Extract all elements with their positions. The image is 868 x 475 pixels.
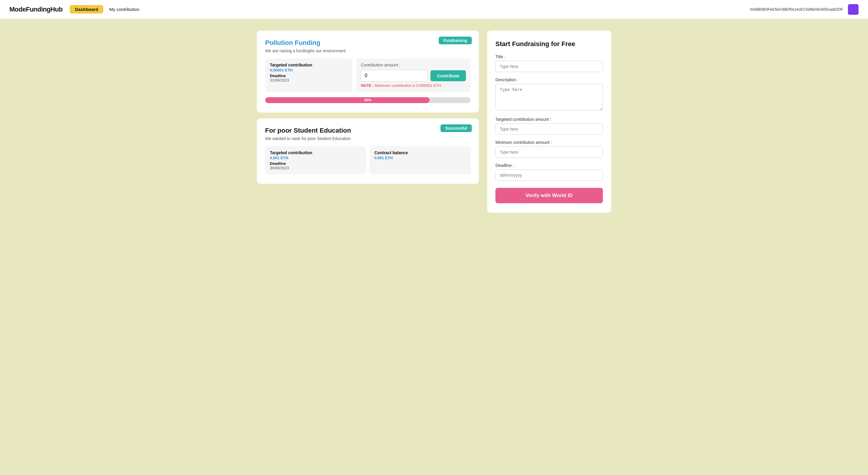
- targeted-amount-label: Targeted contribution amount :: [495, 117, 603, 122]
- logo: ModeFundingHub: [9, 6, 63, 13]
- progress-label: 80%: [265, 97, 471, 103]
- minimum-amount-group: Minimum contribution amount :: [495, 140, 603, 158]
- pollution-funding-card: Fundraising Pollution Funding We are rai…: [257, 31, 479, 113]
- deadline-group: Deadline :: [495, 163, 603, 181]
- student-balance-label: Contract balance: [374, 150, 466, 155]
- my-contribution-nav[interactable]: My contribution: [109, 7, 140, 12]
- verify-world-id-button[interactable]: Verify with World ID: [495, 188, 603, 203]
- description-label: Description :: [495, 78, 603, 82]
- progress-bar-wrap: 80%: [265, 97, 471, 103]
- student-balance-box: Contract balance 0.001 ETH: [370, 146, 471, 174]
- student-education-card: Successful For poor Student Education We…: [257, 118, 479, 184]
- student-title: For poor Student Education: [265, 127, 471, 135]
- pollution-subtitle: We are raising a fundingfor our environm…: [265, 49, 471, 53]
- wallet-address: 0x68B0B3FeE5bA3BEf5e14cEC5eBbA6c605caa02…: [750, 7, 843, 11]
- student-info-grid: Targeted contribution 0.001 ETH Deadline…: [265, 146, 471, 174]
- deadline-label: Deadline :: [495, 163, 603, 168]
- student-balance-value: 0.001 ETH: [374, 156, 466, 160]
- form-title: Start Fundraising for Free: [495, 40, 603, 48]
- targeted-amount-group: Targeted contribution amount :: [495, 117, 603, 135]
- contrib-amount-label: Contribution amount :: [361, 63, 466, 67]
- minimum-amount-input[interactable]: [495, 147, 603, 158]
- deadline-input[interactable]: [495, 170, 603, 181]
- contrib-note: NOTE : Minimum contribution is 0.000001 …: [361, 83, 466, 88]
- note-prefix: NOTE :: [361, 83, 374, 88]
- description-group: Description :: [495, 78, 603, 112]
- student-deadline-value: 30/08/2023: [270, 166, 361, 170]
- student-targeted-box: Targeted contribution 0.001 ETH Deadline…: [265, 146, 366, 174]
- contrib-input[interactable]: [361, 70, 428, 82]
- contribute-button[interactable]: Contribute: [430, 70, 466, 81]
- pollution-contrib-box: Contribution amount : Contribute NOTE : …: [356, 58, 471, 92]
- note-text: Minimum contribution is 0.000001 ETH: [375, 83, 441, 88]
- student-targeted-value: 0.001 ETH: [270, 156, 361, 160]
- pollution-deadline-label: Deadline: [270, 73, 348, 78]
- minimum-amount-label: Minimum contribution amount :: [495, 140, 603, 145]
- student-targeted-label: Targeted contribution: [270, 150, 361, 155]
- fundraising-badge: Fundraising: [439, 37, 472, 44]
- title-label: Title :: [495, 54, 603, 59]
- main-grid: Fundraising Pollution Funding We are rai…: [257, 31, 611, 213]
- description-textarea[interactable]: [495, 84, 603, 111]
- dashboard-nav[interactable]: Dashboard: [70, 5, 103, 13]
- avatar[interactable]: [848, 4, 859, 15]
- pollution-targeted-value: 0.00001 ETH: [270, 68, 348, 72]
- targeted-amount-input[interactable]: [495, 123, 603, 135]
- fundraising-form-card: Start Fundraising for Free Title : Descr…: [487, 31, 611, 213]
- main-background: Fundraising Pollution Funding We are rai…: [0, 19, 868, 475]
- successful-badge: Successful: [440, 124, 472, 132]
- student-deadline-label: Deadline: [270, 161, 361, 166]
- title-group: Title :: [495, 54, 603, 72]
- title-input[interactable]: [495, 61, 603, 72]
- header: ModeFundingHub Dashboard My contribution…: [0, 0, 868, 19]
- contrib-row: Contribute: [361, 70, 466, 82]
- student-subtitle: We wanted to raise for poor Student Educ…: [265, 136, 471, 141]
- pollution-info-grid: Targeted contribution 0.00001 ETH Deadli…: [265, 58, 471, 92]
- pollution-targeted-box: Targeted contribution 0.00001 ETH Deadli…: [265, 58, 352, 92]
- pollution-targeted-label: Targeted contribution: [270, 63, 348, 67]
- pollution-deadline-value: 31/08/2023: [270, 78, 348, 82]
- left-column: Fundraising Pollution Funding We are rai…: [257, 31, 479, 213]
